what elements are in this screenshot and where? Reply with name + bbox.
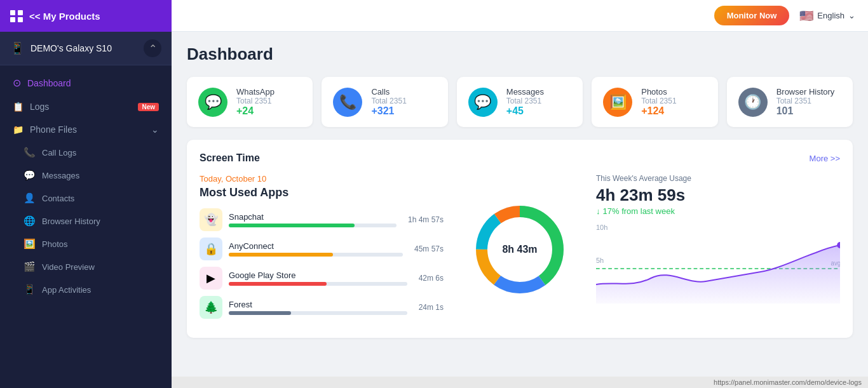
google-play-bar-track — [229, 282, 407, 286]
forest-time: 24m 1s — [419, 303, 444, 312]
messages-label: Messages — [42, 171, 79, 180]
language-chevron-icon: ⌄ — [848, 11, 855, 20]
donut-center-value: 8h 43m — [502, 244, 537, 255]
down-arrow-icon: ↓ — [596, 206, 600, 216]
device-phone-icon: 📱 — [10, 41, 24, 55]
anyconnect-icon: 🔒 — [200, 237, 222, 260]
sidebar-item-app-activities[interactable]: 📱 App Activities — [0, 278, 172, 301]
weekly-change-text: 17% from last week — [603, 206, 675, 216]
anyconnect-bar-track — [229, 253, 403, 257]
device-section[interactable]: 📱 DEMO's Galaxy S10 ⌃ — [0, 32, 172, 65]
language-selector[interactable]: 🇺🇸 English ⌄ — [799, 9, 855, 23]
snapchat-details: Snapchat — [229, 212, 397, 227]
anyconnect-time: 45m 57s — [414, 244, 444, 253]
messages-delta: +45 — [506, 105, 544, 117]
topbar: Monitor Now 🇺🇸 English ⌄ — [172, 0, 868, 32]
anyconnect-bar — [229, 253, 333, 257]
date-label: Today, October 10 — [200, 174, 444, 184]
logs-new-badge: New — [138, 103, 159, 111]
weekly-chart-svg: avg — [596, 234, 840, 304]
app-item-google-play: ▶ Google Play Store 42m 6s — [200, 267, 444, 290]
browser-delta: 101 — [776, 105, 835, 117]
calls-meta: Total 2351 — [371, 97, 406, 105]
video-preview-label: Video Preview — [42, 262, 95, 272]
stat-card-browser-history[interactable]: 🕐 Browser History Total 2351 101 — [727, 77, 853, 127]
stat-card-messages[interactable]: 💬 Messages Total 2351 +45 — [457, 77, 583, 127]
call-logs-icon: 📞 — [23, 147, 36, 158]
nav-section: ⊙ Dashboard 📋 Logs New 📁 Phone Files ⌄ 📞… — [0, 65, 172, 306]
browser-stat-info: Browser History Total 2351 101 — [776, 87, 835, 117]
contacts-label: Contacts — [42, 194, 74, 203]
status-bar: https://panel.monimaster.com/demo/device… — [172, 377, 868, 388]
sidebar-item-browser-history[interactable]: 🌐 Browser History — [0, 210, 172, 232]
chart-area-fill — [596, 245, 840, 304]
screen-time-section: Screen Time More >> Today, October 10 Mo… — [187, 140, 853, 338]
sidebar-item-messages[interactable]: 💬 Messages — [0, 164, 172, 187]
photos-stat-label: Photos — [641, 87, 676, 97]
calls-info: Calls Total 2351 +321 — [371, 87, 406, 117]
sidebar-item-phone-files[interactable]: 📁 Phone Files ⌄ — [0, 118, 172, 141]
anyconnect-name: AnyConnect — [229, 241, 403, 251]
my-products-header[interactable]: << My Products — [0, 0, 172, 32]
chart-y-label-5h: 5h — [596, 257, 604, 264]
chart-area: 10h 5h avg — [596, 224, 840, 306]
sidebar-item-video-preview[interactable]: 🎬 Video Preview — [0, 255, 172, 278]
whatsapp-icon: 💬 — [198, 88, 227, 117]
stat-card-whatsapp[interactable]: 💬 WhatsApp Total 2351 +24 — [187, 77, 313, 127]
sidebar-item-logs[interactable]: 📋 Logs New — [0, 95, 172, 118]
donut-panel: 8h 43m — [456, 174, 583, 325]
browser-stat-icon: 🕐 — [738, 88, 768, 117]
phone-files-chevron-icon: ⌄ — [151, 124, 159, 135]
calls-delta: +321 — [371, 105, 406, 117]
app-item-anyconnect: 🔒 AnyConnect 45m 57s — [200, 237, 444, 260]
photos-label: Photos — [42, 239, 67, 249]
dashboard-label: Dashboard — [27, 78, 71, 88]
weekly-label: This Week's Average Usage — [596, 174, 840, 183]
sidebar: << My Products 📱 DEMO's Galaxy S10 ⌃ ⊙ D… — [0, 0, 172, 388]
donut-value: 8h 43m — [502, 244, 537, 255]
donut-chart: 8h 43m — [469, 199, 571, 300]
grid-icon — [10, 10, 23, 22]
main-content: Monitor Now 🇺🇸 English ⌄ Dashboard 💬 Wha… — [172, 0, 868, 388]
browser-stat-label: Browser History — [776, 87, 835, 97]
device-expand-icon[interactable]: ⌃ — [144, 39, 161, 57]
logs-label: Logs — [30, 102, 49, 112]
weekly-change: ↓ 17% from last week — [596, 206, 840, 216]
more-link[interactable]: More >> — [810, 154, 840, 163]
device-name: DEMO's Galaxy S10 — [31, 43, 112, 53]
device-info: 📱 DEMO's Galaxy S10 — [10, 41, 112, 55]
google-play-time: 42m 6s — [419, 274, 444, 283]
sidebar-item-contacts[interactable]: 👤 Contacts — [0, 187, 172, 210]
google-play-icon: ▶ — [200, 267, 222, 290]
page-title: Dashboard — [187, 44, 853, 64]
photos-stat-meta: Total 2351 — [641, 97, 676, 105]
logs-icon: 📋 — [13, 102, 24, 112]
sidebar-item-call-logs[interactable]: 📞 Call Logs — [0, 141, 172, 164]
app-activities-icon: 📱 — [23, 284, 36, 295]
stat-card-calls[interactable]: 📞 Calls Total 2351 +321 — [322, 77, 447, 127]
stat-card-photos[interactable]: 🖼️ Photos Total 2351 +124 — [592, 77, 717, 127]
snapchat-icon: 👻 — [200, 208, 222, 231]
snapchat-bar — [229, 224, 355, 227]
chart-y-label-10h: 10h — [596, 224, 607, 231]
snapchat-time: 1h 4m 57s — [408, 215, 444, 224]
messages-icon: 💬 — [23, 170, 36, 181]
app-item-forest: 🌲 Forest 24m 1s — [200, 296, 444, 319]
phone-files-label: Phone Files — [30, 124, 77, 135]
messages-stat-meta: Total 2351 — [506, 97, 544, 105]
forest-icon: 🌲 — [200, 296, 222, 319]
screen-time-body: Today, October 10 Most Used Apps 👻 Snapc… — [200, 174, 840, 325]
most-used-title: Most Used Apps — [200, 186, 444, 199]
google-play-details: Google Play Store — [229, 271, 407, 286]
sidebar-item-photos[interactable]: 🖼️ Photos — [0, 232, 172, 255]
language-label: English — [817, 11, 844, 20]
whatsapp-label: WhatsApp — [236, 87, 275, 97]
flag-icon: 🇺🇸 — [799, 9, 813, 23]
calls-icon: 📞 — [333, 88, 362, 117]
sidebar-item-dashboard[interactable]: ⊙ Dashboard — [0, 70, 172, 95]
monitor-now-button[interactable]: Monitor Now — [714, 6, 790, 25]
forest-details: Forest — [229, 300, 407, 315]
calls-label: Calls — [371, 87, 406, 97]
screen-time-title: Screen Time — [200, 152, 260, 164]
dashboard-content: Dashboard 💬 WhatsApp Total 2351 +24 📞 Ca… — [172, 32, 868, 377]
